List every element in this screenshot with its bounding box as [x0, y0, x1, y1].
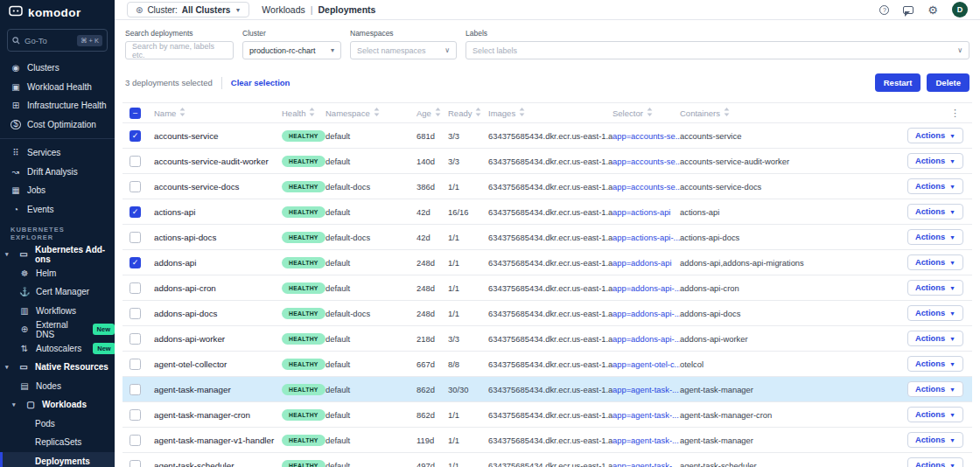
sidebar-item-events[interactable]: ◔Events — [0, 200, 115, 220]
actions-button[interactable]: Actions▼ — [907, 153, 963, 169]
column-header-containers[interactable]: Containers — [680, 108, 897, 118]
sidebar-item-cost-optimization[interactable]: $Cost Optimization — [0, 115, 115, 135]
table-row[interactable]: agent-otel-collectorHEALTHYdefault667d8/… — [122, 352, 972, 377]
actions-button[interactable]: Actions▼ — [907, 457, 963, 467]
cell-selector-link[interactable]: app=agent-task-... — [612, 385, 680, 394]
clear-selection-link[interactable]: Clear selection — [231, 78, 290, 87]
table-row[interactable]: accounts-service-docsHEALTHYdefault-docs… — [122, 174, 972, 199]
actions-button[interactable]: Actions▼ — [907, 229, 963, 245]
cell-selector-link[interactable]: app=actions-api-... — [612, 233, 680, 242]
row-checkbox[interactable] — [130, 435, 141, 446]
actions-button[interactable]: Actions▼ — [907, 178, 963, 194]
row-checkbox[interactable] — [130, 308, 141, 319]
sidebar-item-services[interactable]: ⠿Services — [0, 143, 115, 163]
delete-button[interactable]: Delete — [927, 73, 970, 92]
table-row[interactable]: actions-api-docsHEALTHYdefault-docs42d1/… — [122, 225, 972, 250]
column-settings-icon[interactable]: ⋮ — [897, 108, 972, 119]
sidebar-item-helm[interactable]: ☸Helm — [0, 264, 115, 283]
chat-icon[interactable] — [903, 6, 914, 14]
table-row[interactable]: agent-task-managerHEALTHYdefault862d30/3… — [122, 377, 972, 402]
cell-selector-link[interactable]: app=addons-api — [612, 258, 680, 268]
row-checkbox[interactable] — [130, 181, 141, 192]
cell-selector-link[interactable]: app=addons-api-... — [612, 334, 680, 344]
column-header-selector[interactable]: Selector — [612, 108, 680, 118]
breadcrumb-parent[interactable]: Workloads — [262, 4, 304, 15]
actions-button[interactable]: Actions▼ — [907, 331, 963, 346]
sidebar-item-deployments[interactable]: Deployments — [0, 452, 115, 467]
column-header-images[interactable]: Images — [488, 108, 612, 118]
sidebar-item-drift-analysis[interactable]: ↝Drift Analysis — [0, 163, 115, 182]
actions-button[interactable]: Actions▼ — [907, 204, 963, 220]
table-row[interactable]: agent-task-manager-v1-handlerHEALTHYdefa… — [122, 428, 972, 453]
actions-button[interactable]: Actions▼ — [907, 305, 963, 321]
cell-selector-link[interactable]: app=addons-api-... — [612, 283, 680, 293]
actions-button[interactable]: Actions▼ — [907, 356, 963, 372]
table-row[interactable]: ✓actions-apiHEALTHYdefault42d16/16634375… — [122, 199, 972, 225]
sidebar-item-replicasets[interactable]: ReplicaSets — [0, 433, 115, 452]
labels-select[interactable]: Select labels∨ — [466, 41, 970, 59]
cell-selector-link[interactable]: app=agent-otel-c... — [612, 359, 680, 369]
cell-selector-link[interactable]: app=agent-task-... — [612, 436, 680, 445]
sidebar-item-native-resources[interactable]: ▾▭Native Resources — [0, 358, 115, 377]
sidebar-item-workloads[interactable]: ▾▢Workloads — [0, 395, 115, 415]
sidebar-item-nodes[interactable]: ▤Nodes — [0, 377, 115, 396]
table-row[interactable]: addons-api-cronHEALTHYdefault248d1/16343… — [122, 275, 972, 301]
actions-button[interactable]: Actions▼ — [907, 381, 963, 397]
row-checkbox[interactable] — [130, 156, 141, 167]
gear-icon[interactable]: ⚙ — [928, 3, 938, 17]
cell-selector-link[interactable]: app=agent-task-... — [612, 410, 680, 420]
row-checkbox[interactable] — [130, 409, 141, 421]
cluster-select[interactable]: production-rc-chart▾ — [242, 41, 341, 59]
actions-button[interactable]: Actions▼ — [907, 280, 963, 296]
actions-button[interactable]: Actions▼ — [907, 407, 963, 422]
goto-search[interactable]: Go-To ⌘ + K — [7, 29, 108, 52]
cell-selector-link[interactable]: app=accounts-se... — [612, 157, 680, 166]
row-checkbox[interactable] — [130, 384, 141, 395]
row-checkbox[interactable]: ✓ — [130, 206, 141, 218]
column-header-health[interactable]: Health — [282, 108, 326, 118]
avatar[interactable]: D — [952, 2, 968, 17]
column-header-ready[interactable]: Ready — [448, 108, 488, 118]
cluster-selector[interactable]: ⊛ Cluster: All Clusters ▼ — [127, 2, 249, 17]
table-row[interactable]: ✓accounts-serviceHEALTHYdefault681d3/363… — [122, 123, 972, 149]
row-checkbox[interactable]: ✓ — [130, 257, 141, 268]
sidebar-item-pods[interactable]: Pods — [0, 415, 115, 434]
restart-button[interactable]: Restart — [875, 73, 921, 92]
sidebar-item-cert-manager[interactable]: ⚓Cert Manager — [0, 282, 115, 302]
header-checkbox[interactable]: – — [130, 108, 141, 119]
cell-selector-link[interactable]: app=accounts-se... — [612, 182, 680, 192]
table-row[interactable]: addons-api-docsHEALTHYdefault-docs248d1/… — [122, 301, 972, 326]
cell-selector-link[interactable]: app=accounts-se... — [612, 131, 680, 141]
help-icon[interactable]: ? — [879, 5, 889, 15]
search-input[interactable]: Search by name, labels etc. — [125, 41, 234, 59]
sidebar-item-external-dns[interactable]: ⊕External DNSNew — [0, 320, 115, 339]
actions-button[interactable]: Actions▼ — [907, 254, 963, 270]
actions-button[interactable]: Actions▼ — [907, 432, 963, 448]
sidebar-item-infrastructure-health[interactable]: ⊞Infrastructure Health — [0, 96, 115, 115]
sidebar-item-kubernetes-add-ons[interactable]: ▾▭Kubernetes Add-ons — [0, 245, 115, 264]
column-header-namespace[interactable]: Namespace — [326, 108, 416, 118]
row-checkbox[interactable] — [130, 460, 141, 467]
table-row[interactable]: agent-task-manager-cronHEALTHYdefault862… — [122, 402, 972, 428]
table-row[interactable]: ✓addons-apiHEALTHYdefault248d1/163437568… — [122, 250, 972, 275]
table-row[interactable]: agent-task-schedulerHEALTHYdefault497d1/… — [122, 453, 972, 467]
sidebar-item-workload-health[interactable]: ▣Workload Health — [0, 78, 115, 97]
sidebar-item-workflows[interactable]: ▥Workflows — [0, 302, 115, 321]
table-row[interactable]: addons-api-workerHEALTHYdefault218d3/363… — [122, 326, 972, 352]
cell-selector-link[interactable]: app=actions-api — [612, 207, 680, 217]
row-checkbox[interactable]: ✓ — [130, 130, 141, 142]
actions-button[interactable]: Actions▼ — [907, 128, 963, 143]
row-checkbox[interactable] — [130, 232, 141, 243]
column-header-name[interactable]: Name — [154, 108, 282, 118]
row-checkbox[interactable] — [130, 333, 141, 345]
table-row[interactable]: accounts-service-audit-workerHEALTHYdefa… — [122, 149, 972, 174]
sidebar-item-clusters[interactable]: ◉Clusters — [0, 59, 115, 78]
cell-selector-link[interactable]: app=addons-api-... — [612, 309, 680, 318]
sidebar-item-jobs[interactable]: ▦Jobs — [0, 181, 115, 200]
row-checkbox[interactable] — [130, 282, 141, 294]
namespaces-select[interactable]: Select namespaces∨ — [350, 41, 457, 59]
column-header-age[interactable]: Age — [416, 108, 448, 118]
row-checkbox[interactable] — [130, 359, 141, 370]
sidebar-item-autoscalers[interactable]: ⇅AutoscalersNew — [0, 339, 115, 359]
cell-selector-link[interactable]: app=agent-task-... — [612, 461, 680, 467]
